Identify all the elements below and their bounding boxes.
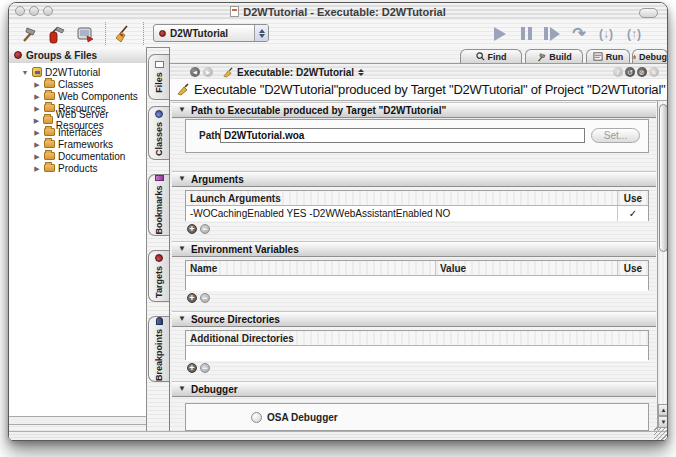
undo-circle-button[interactable]: ↺ [625,67,635,77]
step-over-icon: ↷ [572,26,585,42]
tree-item-label: Frameworks [58,139,113,150]
app-window: D2WTutorial - Executable: D2WTutorial [8,2,668,441]
section-title: Debugger [191,384,238,395]
tree-item[interactable]: ▶ Frameworks [9,138,146,150]
argument-row[interactable]: -WOCachingEnabled YES -D2WWebAssistantEn… [186,206,648,221]
remove-argument-button[interactable]: − [200,224,210,234]
tab-targets[interactable]: Targets [148,250,169,302]
clean-button[interactable] [112,22,136,45]
editor-heading: Executable "D2WTutorial"produced by Targ… [170,79,668,101]
build-button[interactable] [17,22,41,45]
close-editor-button[interactable]: × [649,67,659,77]
tree-item-label: D2WTutorial [45,67,100,78]
tree-item[interactable]: ▶ Products [9,162,146,174]
tab-build[interactable]: Build [525,49,583,63]
arrow-down-icon: ▼ [661,419,667,425]
tab-breakpoints[interactable]: Breakpoints [148,316,169,382]
section-header-environment[interactable]: ▼ Environment Variables [172,241,656,257]
edit-pencil-button[interactable]: / [613,67,623,77]
folder-icon [44,164,55,172]
back-icon: ◀ [193,69,197,75]
chevron-right-icon[interactable]: ▶ [33,117,40,124]
document-proxy-icon[interactable] [230,6,239,17]
popup-stepper-icon [254,25,268,41]
plus-icon: + [189,294,194,303]
add-variable-button[interactable]: + [187,293,197,303]
tab-find[interactable]: Find [460,49,522,63]
chevron-right-icon[interactable]: ▶ [33,105,41,112]
sidebar-horizontal-scrollbar[interactable] [9,416,146,425]
osa-debugger-option[interactable]: OSA Debugger [251,412,338,423]
build-and-debug-button[interactable] [45,22,69,45]
folder-icon [43,116,53,124]
close-icon: × [652,69,656,76]
chevron-right-icon[interactable]: ▶ [33,93,41,100]
tab-bookmarks[interactable]: Bookmarks [148,174,169,236]
remove-directory-button[interactable]: − [200,363,210,373]
run-button[interactable] [73,22,97,45]
tree-item-root[interactable]: ▼ D2WTutorial [9,66,146,78]
remove-variable-button[interactable]: − [200,293,210,303]
chevron-right-icon[interactable]: ▶ [33,81,41,88]
chevron-down-icon[interactable]: ▼ [178,385,186,393]
section-header-source[interactable]: ▼ Source Directories [172,311,656,327]
tree-item[interactable]: ▶ Documentation [9,150,146,162]
scroll-up-button[interactable]: ▲ [658,404,668,416]
folder-icon [44,80,55,88]
tree-item[interactable]: ▶ Web Components [9,90,146,102]
breakpoints-icon [156,317,163,325]
step-icon [544,27,560,41]
step-over-button[interactable]: ↷ [567,23,591,44]
section-header-arguments[interactable]: ▼ Arguments [172,171,656,187]
debug-pause-button[interactable] [514,23,538,44]
chevron-down-icon[interactable]: ▼ [178,175,186,183]
chevron-right-icon[interactable]: ▶ [33,153,41,160]
chevron-down-icon[interactable]: ▼ [21,69,29,76]
forward-button[interactable]: ▶ [203,67,213,77]
tree-item-label: Classes [58,79,94,90]
tree-item[interactable]: ▶ Classes [9,78,146,90]
tab-run[interactable]: Run [586,49,630,63]
monitor-icon [75,24,95,44]
plus-icon: + [189,225,194,234]
argument-use-cell[interactable]: ✓ [617,206,648,221]
scrollbar-thumb[interactable] [659,104,668,252]
tree-item[interactable]: ▶ Interfaces [9,126,146,138]
chevron-down-icon[interactable]: ▼ [178,245,186,253]
tab-targets-label: Targets [154,266,164,298]
chevron-right-icon[interactable]: ▶ [33,129,41,136]
chevron-right-icon[interactable]: ▶ [33,141,41,148]
path-input[interactable] [220,128,585,143]
section-header-debugger[interactable]: ▼ Debugger [172,381,656,397]
section-title: Environment Variables [191,244,299,255]
debug-step-button[interactable] [540,23,564,44]
tab-classes[interactable]: Classes [148,106,169,160]
radio-button-icon[interactable] [251,412,262,423]
file-history-popup[interactable]: Executable: D2WTutorial [222,65,364,79]
broom-icon [113,23,135,45]
tree-item[interactable]: ▶ Web Server Resources [9,114,146,126]
osa-debugger-label: OSA Debugger [267,412,338,423]
no-edit-circle-button[interactable]: ⊘ [637,67,647,77]
back-button[interactable]: ◀ [190,67,200,77]
source-empty-row[interactable] [186,346,648,361]
add-argument-button[interactable]: + [187,224,197,234]
tab-files[interactable]: Files [148,54,169,100]
set-path-button[interactable]: Set... [591,128,640,143]
step-out-button[interactable]: (↑) [622,23,646,44]
environment-empty-row[interactable] [186,276,648,291]
tab-debug[interactable]: Debug [632,49,668,63]
toolbar-toggle-button[interactable] [639,8,658,18]
window-titlebar[interactable]: D2WTutorial - Executable: D2WTutorial [9,3,667,21]
toolbar: D2WTutorial ↷ (↓) (↑) [9,20,667,48]
chevron-right-icon[interactable]: ▶ [33,165,41,172]
resize-grip[interactable] [654,427,667,440]
debug-continue-button[interactable] [488,23,512,44]
chevron-down-icon[interactable]: ▼ [178,106,186,114]
vertical-scrollbar[interactable]: ▲ ▼ [657,101,668,430]
chevron-down-icon[interactable]: ▼ [178,315,186,323]
section-header-path[interactable]: ▼ Path to Executable produced by Target … [172,102,656,118]
active-target-popup[interactable]: D2WTutorial [153,24,269,42]
step-into-button[interactable]: (↓) [594,23,618,44]
add-directory-button[interactable]: + [187,363,197,373]
